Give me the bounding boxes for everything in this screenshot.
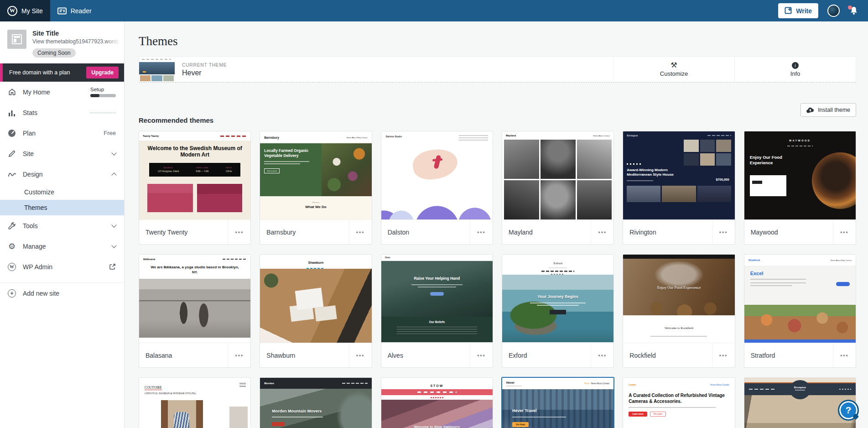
- sidebar-item-customize[interactable]: Customize: [0, 184, 124, 200]
- upgrade-button[interactable]: Upgrade: [86, 67, 119, 78]
- upsell-text: Free domain with a plan: [9, 69, 70, 76]
- theme-card-dalston[interactable]: Dalston Studio Dalston •••: [381, 131, 493, 245]
- sidebar-item-tools[interactable]: Tools: [0, 215, 124, 236]
- sidebar-item-my-home[interactable]: My Home Setup: [0, 82, 124, 102]
- theme-thumbnail: COUTOIRELIFESTYLE, FASHION & INTERIOR ST…: [139, 378, 250, 428]
- question-mark-icon: ?: [846, 405, 852, 416]
- theme-more-button[interactable]: •••: [833, 220, 856, 244]
- info-label: Info: [790, 70, 800, 77]
- theme-card-stratford[interactable]: StratfordHome About Blog Contact Excel S…: [744, 254, 856, 368]
- masterbar-right: Write: [778, 0, 868, 21]
- thumb-headline: Hever Travel: [502, 389, 613, 413]
- theme-more-button[interactable]: •••: [349, 343, 372, 367]
- theme-name: Alves: [381, 343, 470, 367]
- theme-thumbnail: Rivington Award-Winning Modern Mediterra…: [623, 131, 734, 219]
- themes-controls: Recommended themes Install theme: [139, 103, 856, 125]
- sidebar-item-label: Site: [23, 150, 34, 157]
- thumb-brand: Brompton: [790, 386, 811, 389]
- notifications-button[interactable]: [849, 6, 859, 16]
- theme-thumbnail: Dalston Studio: [381, 131, 493, 219]
- install-theme-label: Install theme: [818, 107, 850, 113]
- profile-avatar[interactable]: [827, 5, 840, 17]
- theme-namebar: Exford •••: [502, 343, 613, 367]
- reader-button[interactable]: Reader: [50, 0, 99, 21]
- site-icon: [7, 30, 26, 49]
- theme-card-rivington[interactable]: Rivington Award-Winning Modern Mediterra…: [623, 131, 735, 245]
- theme-card-exford[interactable]: Exford Your Journey Begins Exford •••: [502, 254, 614, 368]
- reader-icon: [57, 7, 67, 15]
- theme-card-barnsbury[interactable]: BarnsburyHome About Blog Contact Locally…: [260, 131, 372, 245]
- theme-name: Balasana: [139, 343, 228, 367]
- theme-more-button[interactable]: •••: [591, 343, 613, 367]
- theme-card-coutoire[interactable]: COUTOIRELIFESTYLE, FASHION & INTERIOR ST…: [139, 377, 251, 428]
- design-squiggle-icon: [7, 171, 16, 177]
- theme-more-button[interactable]: •••: [228, 220, 250, 244]
- theme-more-button[interactable]: •••: [470, 220, 493, 244]
- theme-more-button[interactable]: •••: [591, 220, 613, 244]
- setup-progress: Setup: [90, 87, 116, 97]
- customize-button[interactable]: ⚒ Customize: [613, 57, 734, 82]
- thumb-brand: MAYWOOD: [789, 139, 811, 142]
- theme-card-alves[interactable]: Alves Raise Your Helping Hand Our Belief…: [381, 254, 493, 368]
- theme-more-button[interactable]: •••: [349, 220, 372, 244]
- themes-grid: Twenty Twenty Welcome to the Swedish Mus…: [139, 131, 856, 428]
- theme-thumbnail: Morden Morden Mountain Movers: [260, 378, 371, 428]
- site-url: View themetablog519477923.wordpr: [32, 38, 120, 45]
- plan-free-label: Free: [104, 130, 116, 136]
- sidebar-item-stats[interactable]: Stats: [0, 102, 124, 123]
- thumb-photo: [139, 279, 250, 338]
- write-button[interactable]: Write: [778, 3, 818, 18]
- theme-card-balasana[interactable]: Bālāsana We are Bālāsana, a yoga studio …: [139, 254, 251, 368]
- theme-card-hever[interactable]: Hever HomeNews About Contact Hever Trave…: [502, 377, 614, 428]
- theme-card-stow[interactable]: STOW Welcome to Stow Stationery Stow •••: [381, 377, 493, 428]
- theme-more-button[interactable]: •••: [712, 343, 735, 367]
- thumb-photo: Hever TravelGet Away: [502, 389, 613, 428]
- theme-card-shawburn[interactable]: Shawburn Shawburn •••: [260, 254, 372, 368]
- thumb-photo: Morden Mountain Movers: [260, 389, 371, 428]
- home-icon: [7, 88, 16, 96]
- sidebar-item-manage[interactable]: ⚙ Manage: [0, 236, 124, 256]
- sidebar-item-plan[interactable]: Plan Free: [0, 123, 124, 143]
- current-theme-info: CURRENT THEME Hever: [175, 57, 613, 82]
- theme-more-button[interactable]: •••: [712, 220, 735, 244]
- theme-more-button[interactable]: •••: [833, 343, 856, 367]
- theme-card-brompton[interactable]: Brompton Brompton •••: [744, 377, 856, 428]
- sidebar-subitem-label: Themes: [24, 204, 47, 211]
- sidebar-item-themes[interactable]: Themes: [0, 200, 124, 215]
- theme-name: Rockfield: [623, 343, 712, 367]
- install-theme-button[interactable]: Install theme: [800, 103, 856, 117]
- thumb-brand: Stratford: [748, 259, 760, 261]
- sidebar-item-site[interactable]: Site: [0, 143, 124, 164]
- current-theme-name: Hever: [182, 69, 613, 77]
- theme-card-mayland[interactable]: MaylandHome About Contact Mayland •••: [502, 131, 614, 245]
- reader-label: Reader: [71, 7, 92, 15]
- theme-card-maywood[interactable]: MAYWOOD Enjoy Our Food Experience Maywoo…: [744, 131, 856, 245]
- help-button[interactable]: ?: [838, 400, 859, 421]
- theme-namebar: Dalston •••: [381, 219, 493, 244]
- info-button[interactable]: i Info: [734, 57, 856, 82]
- theme-card-rockfield[interactable]: Enjoy Our Food Experience Welcome to Roc…: [623, 254, 735, 368]
- chevron-down-icon: [111, 150, 116, 155]
- add-new-site-button[interactable]: + Add new site: [0, 283, 124, 303]
- sidebar-item-design[interactable]: Design: [0, 164, 124, 184]
- theme-more-button[interactable]: •••: [228, 343, 250, 367]
- sidebar-item-wp-admin[interactable]: W WP Admin: [0, 256, 124, 277]
- theme-card-morden[interactable]: Morden Morden Mountain Movers Morden •••: [260, 377, 372, 428]
- theme-card-twenty-twenty[interactable]: Twenty Twenty Welcome to the Swedish Mus…: [139, 131, 251, 245]
- thumb-brand: STOW: [430, 384, 443, 387]
- theme-name: Dalston: [381, 220, 470, 244]
- site-card[interactable]: Site Title View themetablog519477923.wor…: [0, 21, 124, 63]
- setup-progress-bar: [90, 94, 116, 97]
- site-title: Site Title: [32, 30, 120, 37]
- theme-thumbnail: Twenty Twenty Welcome to the Swedish Mus…: [139, 131, 250, 219]
- coming-soon-badge: Coming Soon: [32, 48, 76, 57]
- info-icon: i: [792, 62, 799, 69]
- decor: Welcome to the Swedish Museum of Modern …: [139, 141, 250, 219]
- theme-more-button[interactable]: •••: [470, 343, 493, 367]
- thumb-brand: COUTOIRE: [145, 386, 162, 390]
- my-site-button[interactable]: W My Site: [0, 0, 50, 21]
- thumb-brand: Twenty Twenty: [143, 135, 159, 137]
- theme-card-leven[interactable]: LevenHome About Contact A Curated Collec…: [623, 377, 735, 428]
- current-theme-bar: CURRENT THEME Hever ⚒ Customize i Info: [139, 56, 856, 83]
- page-title: Themes: [139, 34, 856, 48]
